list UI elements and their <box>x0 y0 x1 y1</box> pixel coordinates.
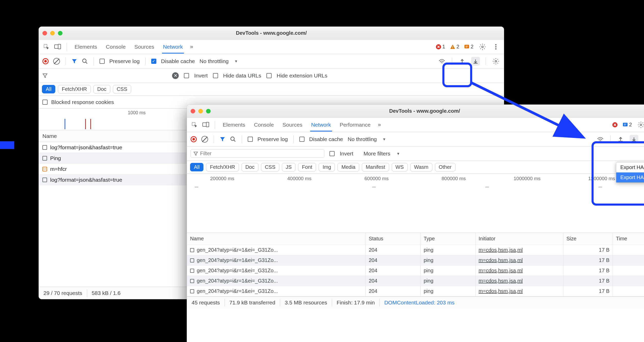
chip-all[interactable]: All <box>190 163 203 171</box>
tab-console[interactable]: Console <box>105 40 127 54</box>
download-har-icon[interactable] <box>471 57 480 66</box>
dropdown-caret-icon[interactable]: ▼ <box>396 152 400 156</box>
col-header-status[interactable]: Status <box>365 233 421 245</box>
more-filters-label[interactable]: More filters <box>364 151 390 157</box>
dropdown-caret-icon[interactable]: ▼ <box>234 59 238 63</box>
chip-css[interactable]: CSS <box>261 163 279 171</box>
file-icon <box>42 145 47 150</box>
filter-input[interactable] <box>200 151 321 156</box>
settings-icon[interactable] <box>478 42 487 51</box>
message-badge[interactable]: 2 <box>622 122 632 128</box>
preserve-log-checkbox[interactable] <box>248 137 253 142</box>
tab-performance[interactable]: Performance <box>339 118 372 131</box>
tab-network[interactable]: Network <box>162 40 184 54</box>
record-button[interactable] <box>42 58 49 64</box>
titlebar[interactable]: DevTools - www.google.com/ <box>39 27 504 40</box>
col-header-size[interactable]: Size <box>563 233 613 245</box>
more-tabs-icon[interactable]: » <box>378 121 381 128</box>
more-tabs-icon[interactable]: » <box>190 43 193 50</box>
network-toolbar: Preserve log Disable cache No throttling… <box>187 132 644 146</box>
table-row[interactable]: gen_204?atyp=i&r=1&ei=_G31Zo...204pingm=… <box>187 276 644 286</box>
timeline-tick <box>485 187 489 188</box>
record-button[interactable] <box>191 136 197 142</box>
tab-sources[interactable]: Sources <box>282 118 303 131</box>
network-conditions-icon[interactable] <box>437 57 446 66</box>
hide-data-urls-checkbox[interactable] <box>213 73 218 78</box>
preserve-log-checkbox[interactable] <box>100 59 105 64</box>
disable-cache-checkbox[interactable]: ✓ <box>151 59 156 64</box>
separator <box>66 57 66 65</box>
invert-checkbox[interactable] <box>329 151 335 156</box>
throttling-select[interactable]: No throttling <box>348 136 377 142</box>
chip-manifest[interactable]: Manifest <box>362 163 389 171</box>
filter-icon[interactable] <box>220 136 225 142</box>
download-har-icon[interactable] <box>630 135 638 144</box>
search-icon[interactable] <box>230 136 236 142</box>
table-row[interactable]: gen_204?atyp=i&r=1&ei=_G31Zo...204pingm=… <box>187 255 644 265</box>
initiator-link[interactable]: m=cdos,hsm,jsa,ml <box>479 247 523 253</box>
filter-icon[interactable] <box>71 58 77 64</box>
menu-item-export-sanitized[interactable]: Export HAR (sanitized)... <box>616 162 644 172</box>
message-badge[interactable]: 2 <box>464 44 473 50</box>
col-header-initiator[interactable]: Initiator <box>475 233 563 245</box>
error-badge[interactable] <box>612 122 618 128</box>
tab-network[interactable]: Network <box>310 118 332 131</box>
inspect-element-icon[interactable] <box>191 121 198 129</box>
initiator-link[interactable]: m=cdos,hsm,jsa,ml <box>479 288 523 294</box>
chip-css[interactable]: CSS <box>113 85 131 93</box>
initiator-link[interactable]: m=cdos,hsm,jsa,ml <box>479 257 523 263</box>
initiator-link[interactable]: m=cdos,hsm,jsa,ml <box>479 268 523 273</box>
timeline-label: 200000 ms <box>210 176 234 181</box>
blocked-cookies-checkbox[interactable] <box>42 100 48 105</box>
col-header-time[interactable]: Time <box>613 233 644 245</box>
chip-ws[interactable]: WS <box>392 163 408 171</box>
clear-button[interactable] <box>201 136 208 143</box>
chip-fetchxhr[interactable]: Fetch/XHR <box>206 163 239 171</box>
upload-har-icon[interactable] <box>616 135 625 144</box>
svg-point-11 <box>83 59 86 63</box>
chip-doc[interactable]: Doc <box>93 85 110 93</box>
search-icon[interactable] <box>82 58 88 64</box>
device-toolbar-icon[interactable] <box>202 121 210 129</box>
col-header-name[interactable]: Name <box>187 233 365 245</box>
error-badge[interactable]: 1 <box>436 44 445 50</box>
chip-media[interactable]: Media <box>337 163 359 171</box>
tab-console[interactable]: Console <box>253 118 275 131</box>
dropdown-caret-icon[interactable]: ▼ <box>382 137 386 141</box>
hide-ext-urls-checkbox[interactable] <box>266 73 272 78</box>
throttling-select[interactable]: No throttling <box>200 58 229 64</box>
col-header-type[interactable]: Type <box>421 233 476 245</box>
table-row[interactable]: gen_204?atyp=i&r=1&ei=_G31Zo...204pingm=… <box>187 286 644 296</box>
kebab-menu-icon[interactable] <box>491 42 500 51</box>
device-toolbar-icon[interactable] <box>54 43 61 51</box>
table-row[interactable]: gen_204?atyp=i&r=1&ei=_G31Zo...204pingm=… <box>187 245 644 255</box>
file-icon <box>190 248 194 252</box>
chip-wasm[interactable]: Wasm <box>410 163 432 171</box>
table-row[interactable]: gen_204?atyp=i&r=1&ei=_G31Zo...204pingm=… <box>187 265 644 276</box>
menu-item-export-sensitive[interactable]: Export HAR (with sensitive data)... <box>616 172 644 182</box>
network-conditions-icon[interactable] <box>596 135 605 144</box>
tab-elements[interactable]: Elements <box>74 40 98 54</box>
invert-checkbox[interactable] <box>184 73 189 78</box>
disable-cache-checkbox[interactable] <box>299 137 305 142</box>
error-icon <box>436 44 441 50</box>
chip-fetchxhr[interactable]: Fetch/XHR <box>58 85 91 93</box>
chip-all[interactable]: All <box>42 85 55 93</box>
inspect-element-icon[interactable] <box>42 43 50 51</box>
chip-img[interactable]: Img <box>319 163 335 171</box>
clear-filter-icon[interactable]: ✕ <box>172 72 179 79</box>
settings-icon[interactable] <box>637 120 644 129</box>
chip-other[interactable]: Other <box>435 163 455 171</box>
warning-badge[interactable]: 2 <box>450 44 459 50</box>
chip-font[interactable]: Font <box>298 163 316 171</box>
upload-har-icon[interactable] <box>458 57 467 66</box>
tab-sources[interactable]: Sources <box>133 40 155 54</box>
titlebar[interactable]: DevTools - www.google.com/ <box>187 105 644 118</box>
chip-doc[interactable]: Doc <box>242 163 258 171</box>
clear-button[interactable] <box>53 58 60 65</box>
timeline-overview[interactable]: 200000 ms 400000 ms 600000 ms 800000 ms … <box>187 174 644 233</box>
network-settings-icon[interactable] <box>491 57 500 66</box>
tab-elements[interactable]: Elements <box>222 118 246 131</box>
chip-js[interactable]: JS <box>282 163 296 171</box>
initiator-link[interactable]: m=cdos,hsm,jsa,ml <box>479 278 523 284</box>
